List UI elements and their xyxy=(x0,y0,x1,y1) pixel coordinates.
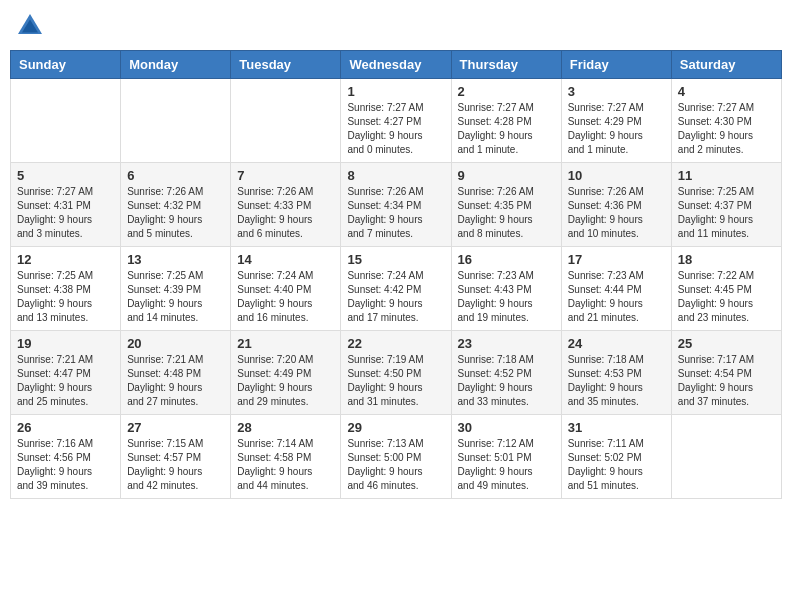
calendar-cell: 20Sunrise: 7:21 AM Sunset: 4:48 PM Dayli… xyxy=(121,331,231,415)
calendar-cell xyxy=(671,415,781,499)
calendar-week-2: 5Sunrise: 7:27 AM Sunset: 4:31 PM Daylig… xyxy=(11,163,782,247)
day-info: Sunrise: 7:16 AM Sunset: 4:56 PM Dayligh… xyxy=(17,437,114,493)
calendar-cell: 9Sunrise: 7:26 AM Sunset: 4:35 PM Daylig… xyxy=(451,163,561,247)
day-number: 10 xyxy=(568,168,665,183)
day-info: Sunrise: 7:21 AM Sunset: 4:48 PM Dayligh… xyxy=(127,353,224,409)
day-number: 12 xyxy=(17,252,114,267)
day-info: Sunrise: 7:25 AM Sunset: 4:39 PM Dayligh… xyxy=(127,269,224,325)
day-number: 19 xyxy=(17,336,114,351)
calendar-week-3: 12Sunrise: 7:25 AM Sunset: 4:38 PM Dayli… xyxy=(11,247,782,331)
calendar-cell xyxy=(11,79,121,163)
weekday-header-saturday: Saturday xyxy=(671,51,781,79)
day-number: 3 xyxy=(568,84,665,99)
day-number: 8 xyxy=(347,168,444,183)
calendar-cell: 1Sunrise: 7:27 AM Sunset: 4:27 PM Daylig… xyxy=(341,79,451,163)
day-number: 15 xyxy=(347,252,444,267)
day-number: 11 xyxy=(678,168,775,183)
day-number: 7 xyxy=(237,168,334,183)
calendar-cell xyxy=(121,79,231,163)
calendar-cell: 17Sunrise: 7:23 AM Sunset: 4:44 PM Dayli… xyxy=(561,247,671,331)
calendar-cell: 25Sunrise: 7:17 AM Sunset: 4:54 PM Dayli… xyxy=(671,331,781,415)
day-number: 2 xyxy=(458,84,555,99)
calendar-cell: 29Sunrise: 7:13 AM Sunset: 5:00 PM Dayli… xyxy=(341,415,451,499)
weekday-header-thursday: Thursday xyxy=(451,51,561,79)
calendar-cell: 6Sunrise: 7:26 AM Sunset: 4:32 PM Daylig… xyxy=(121,163,231,247)
calendar-table: SundayMondayTuesdayWednesdayThursdayFrid… xyxy=(10,50,782,499)
calendar-cell: 30Sunrise: 7:12 AM Sunset: 5:01 PM Dayli… xyxy=(451,415,561,499)
day-number: 25 xyxy=(678,336,775,351)
calendar-cell: 4Sunrise: 7:27 AM Sunset: 4:30 PM Daylig… xyxy=(671,79,781,163)
page-header xyxy=(10,10,782,42)
calendar-cell: 11Sunrise: 7:25 AM Sunset: 4:37 PM Dayli… xyxy=(671,163,781,247)
day-number: 13 xyxy=(127,252,224,267)
calendar-cell: 5Sunrise: 7:27 AM Sunset: 4:31 PM Daylig… xyxy=(11,163,121,247)
day-info: Sunrise: 7:17 AM Sunset: 4:54 PM Dayligh… xyxy=(678,353,775,409)
day-number: 29 xyxy=(347,420,444,435)
calendar-cell: 8Sunrise: 7:26 AM Sunset: 4:34 PM Daylig… xyxy=(341,163,451,247)
day-number: 20 xyxy=(127,336,224,351)
weekday-header-sunday: Sunday xyxy=(11,51,121,79)
weekday-header-monday: Monday xyxy=(121,51,231,79)
day-number: 31 xyxy=(568,420,665,435)
day-number: 22 xyxy=(347,336,444,351)
day-info: Sunrise: 7:26 AM Sunset: 4:33 PM Dayligh… xyxy=(237,185,334,241)
day-info: Sunrise: 7:11 AM Sunset: 5:02 PM Dayligh… xyxy=(568,437,665,493)
calendar-cell: 10Sunrise: 7:26 AM Sunset: 4:36 PM Dayli… xyxy=(561,163,671,247)
day-info: Sunrise: 7:20 AM Sunset: 4:49 PM Dayligh… xyxy=(237,353,334,409)
day-info: Sunrise: 7:15 AM Sunset: 4:57 PM Dayligh… xyxy=(127,437,224,493)
calendar-week-4: 19Sunrise: 7:21 AM Sunset: 4:47 PM Dayli… xyxy=(11,331,782,415)
weekday-header-wednesday: Wednesday xyxy=(341,51,451,79)
day-info: Sunrise: 7:23 AM Sunset: 4:43 PM Dayligh… xyxy=(458,269,555,325)
calendar-week-1: 1Sunrise: 7:27 AM Sunset: 4:27 PM Daylig… xyxy=(11,79,782,163)
calendar-cell: 19Sunrise: 7:21 AM Sunset: 4:47 PM Dayli… xyxy=(11,331,121,415)
calendar-cell: 12Sunrise: 7:25 AM Sunset: 4:38 PM Dayli… xyxy=(11,247,121,331)
day-number: 30 xyxy=(458,420,555,435)
day-number: 5 xyxy=(17,168,114,183)
calendar-week-5: 26Sunrise: 7:16 AM Sunset: 4:56 PM Dayli… xyxy=(11,415,782,499)
weekday-header-tuesday: Tuesday xyxy=(231,51,341,79)
day-info: Sunrise: 7:19 AM Sunset: 4:50 PM Dayligh… xyxy=(347,353,444,409)
calendar-cell: 27Sunrise: 7:15 AM Sunset: 4:57 PM Dayli… xyxy=(121,415,231,499)
calendar-cell: 14Sunrise: 7:24 AM Sunset: 4:40 PM Dayli… xyxy=(231,247,341,331)
calendar-cell: 7Sunrise: 7:26 AM Sunset: 4:33 PM Daylig… xyxy=(231,163,341,247)
day-info: Sunrise: 7:22 AM Sunset: 4:45 PM Dayligh… xyxy=(678,269,775,325)
day-info: Sunrise: 7:27 AM Sunset: 4:29 PM Dayligh… xyxy=(568,101,665,157)
day-info: Sunrise: 7:21 AM Sunset: 4:47 PM Dayligh… xyxy=(17,353,114,409)
logo-icon xyxy=(14,10,46,42)
day-info: Sunrise: 7:27 AM Sunset: 4:30 PM Dayligh… xyxy=(678,101,775,157)
day-number: 28 xyxy=(237,420,334,435)
day-info: Sunrise: 7:27 AM Sunset: 4:28 PM Dayligh… xyxy=(458,101,555,157)
day-number: 9 xyxy=(458,168,555,183)
day-number: 21 xyxy=(237,336,334,351)
weekday-header-friday: Friday xyxy=(561,51,671,79)
day-info: Sunrise: 7:26 AM Sunset: 4:34 PM Dayligh… xyxy=(347,185,444,241)
day-number: 17 xyxy=(568,252,665,267)
calendar-cell: 24Sunrise: 7:18 AM Sunset: 4:53 PM Dayli… xyxy=(561,331,671,415)
weekday-header-row: SundayMondayTuesdayWednesdayThursdayFrid… xyxy=(11,51,782,79)
day-info: Sunrise: 7:24 AM Sunset: 4:40 PM Dayligh… xyxy=(237,269,334,325)
day-number: 6 xyxy=(127,168,224,183)
calendar-cell: 31Sunrise: 7:11 AM Sunset: 5:02 PM Dayli… xyxy=(561,415,671,499)
day-number: 14 xyxy=(237,252,334,267)
logo xyxy=(14,10,50,42)
calendar-cell: 16Sunrise: 7:23 AM Sunset: 4:43 PM Dayli… xyxy=(451,247,561,331)
day-info: Sunrise: 7:26 AM Sunset: 4:32 PM Dayligh… xyxy=(127,185,224,241)
day-info: Sunrise: 7:12 AM Sunset: 5:01 PM Dayligh… xyxy=(458,437,555,493)
day-number: 27 xyxy=(127,420,224,435)
day-info: Sunrise: 7:25 AM Sunset: 4:37 PM Dayligh… xyxy=(678,185,775,241)
day-info: Sunrise: 7:24 AM Sunset: 4:42 PM Dayligh… xyxy=(347,269,444,325)
calendar-cell: 2Sunrise: 7:27 AM Sunset: 4:28 PM Daylig… xyxy=(451,79,561,163)
day-number: 4 xyxy=(678,84,775,99)
day-info: Sunrise: 7:26 AM Sunset: 4:35 PM Dayligh… xyxy=(458,185,555,241)
calendar-cell: 18Sunrise: 7:22 AM Sunset: 4:45 PM Dayli… xyxy=(671,247,781,331)
calendar-cell xyxy=(231,79,341,163)
day-info: Sunrise: 7:18 AM Sunset: 4:53 PM Dayligh… xyxy=(568,353,665,409)
day-number: 1 xyxy=(347,84,444,99)
day-number: 23 xyxy=(458,336,555,351)
day-number: 26 xyxy=(17,420,114,435)
day-number: 16 xyxy=(458,252,555,267)
day-info: Sunrise: 7:27 AM Sunset: 4:31 PM Dayligh… xyxy=(17,185,114,241)
calendar-cell: 3Sunrise: 7:27 AM Sunset: 4:29 PM Daylig… xyxy=(561,79,671,163)
calendar-cell: 13Sunrise: 7:25 AM Sunset: 4:39 PM Dayli… xyxy=(121,247,231,331)
day-info: Sunrise: 7:13 AM Sunset: 5:00 PM Dayligh… xyxy=(347,437,444,493)
